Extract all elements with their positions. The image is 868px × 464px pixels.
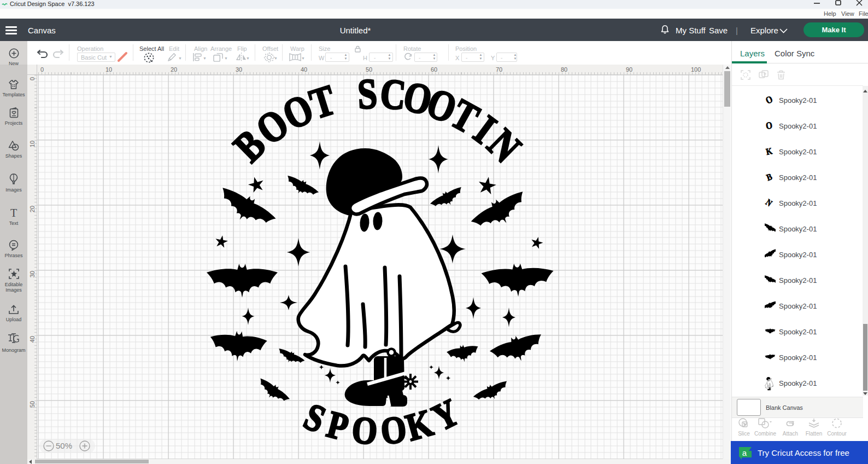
svg-text:T: T (10, 208, 17, 218)
svg-text:N: N (765, 197, 773, 208)
svg-text:B: B (765, 171, 773, 182)
svg-text:a: a (742, 448, 747, 457)
svg-text:O: O (765, 94, 773, 106)
svg-text:K: K (765, 146, 773, 156)
svg-text:O: O (350, 408, 379, 453)
svg-text:O: O (765, 119, 773, 131)
svg-text:S: S (356, 75, 378, 118)
